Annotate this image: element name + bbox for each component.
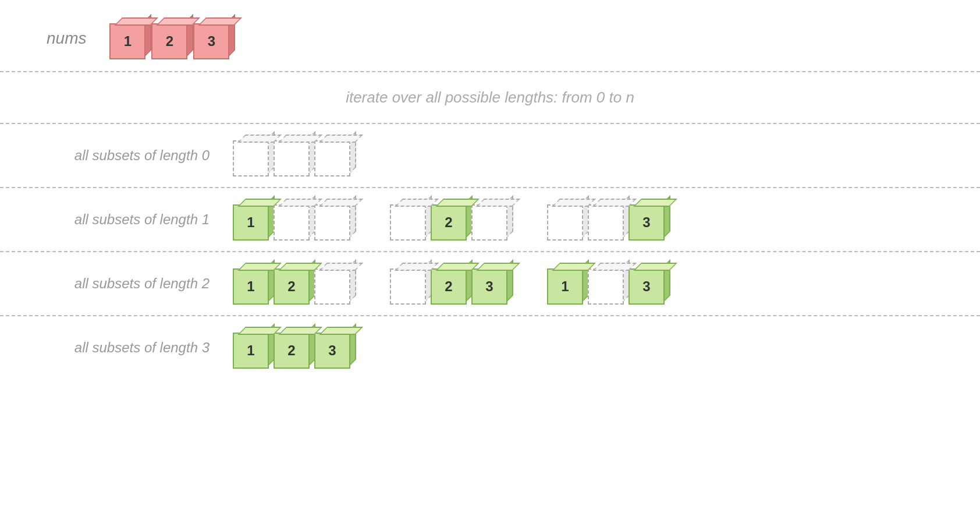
green-box-l2-3: 2 xyxy=(431,263,473,305)
length-1-subset-1: 1 xyxy=(233,199,355,241)
length-3-label: all subsets of length 3 xyxy=(23,340,233,356)
length-2-subsets: 1 2 xyxy=(233,263,669,305)
length-3-row: all subsets of length 3 1 2 3 xyxy=(0,316,980,379)
empty-box-1a xyxy=(233,135,275,176)
length-0-subsets xyxy=(233,135,355,176)
length-2-row: all subsets of length 2 1 2 xyxy=(0,252,980,315)
nums-label: nums xyxy=(47,29,86,48)
green-box-l2-6: 3 xyxy=(629,263,670,305)
green-box-3: 3 xyxy=(629,199,670,241)
length-3-subset-1: 1 2 3 xyxy=(233,327,355,369)
empty-box-4b xyxy=(588,199,630,241)
length-2-label: all subsets of length 2 xyxy=(23,275,233,292)
nums-box-3-top xyxy=(198,17,242,26)
length-2-subset-1: 1 2 xyxy=(233,263,355,305)
empty-box-3b xyxy=(471,199,513,241)
green-box-l3-3: 3 xyxy=(314,327,356,369)
empty-box-2a xyxy=(274,199,315,241)
green-box-l2-5: 1 xyxy=(547,263,589,305)
green-box-l3-2: 2 xyxy=(274,327,315,369)
nums-box-1-front: 1 xyxy=(109,23,145,59)
green-box-2: 2 xyxy=(431,199,473,241)
green-box-l3-1: 1 xyxy=(233,327,275,369)
length-1-subsets: 1 xyxy=(233,199,669,241)
length-2-subset-2: 2 3 xyxy=(390,263,512,305)
empty-box-4a xyxy=(547,199,589,241)
green-box-1: 1 xyxy=(233,199,275,241)
nums-box-1: 1 xyxy=(109,17,151,59)
nums-box-3: 3 xyxy=(193,17,235,59)
nums-section: nums 1 2 3 xyxy=(0,0,980,71)
nums-box-2: 2 xyxy=(151,17,193,59)
green-box-l2-4: 3 xyxy=(471,263,513,305)
green-box-l2-2: 2 xyxy=(274,263,315,305)
empty-box-1c xyxy=(314,135,356,176)
empty-box-l2-2 xyxy=(390,263,432,305)
empty-box-1b xyxy=(274,135,315,176)
length-0-subset-1 xyxy=(233,135,355,176)
empty-box-3a xyxy=(390,199,432,241)
length-0-label: all subsets of length 0 xyxy=(23,147,233,164)
green-box-l2-1: 1 xyxy=(233,263,275,305)
nums-box-3-front: 3 xyxy=(193,23,229,59)
main-page: nums 1 2 3 iterate over all possible xyxy=(0,0,980,523)
empty-box-2b xyxy=(314,199,356,241)
iterate-label: iterate over all possible lengths: from … xyxy=(0,72,980,123)
length-2-subset-3: 1 3 xyxy=(547,263,669,305)
empty-box-l2-1 xyxy=(314,263,356,305)
length-1-label: all subsets of length 1 xyxy=(23,211,233,228)
empty-box-l2-3 xyxy=(588,263,630,305)
length-0-row: all subsets of length 0 xyxy=(0,124,980,187)
length-1-subset-3: 3 xyxy=(547,199,669,241)
nums-box-2-front: 2 xyxy=(151,23,187,59)
length-1-subset-2: 2 xyxy=(390,199,512,241)
length-1-row: all subsets of length 1 1 xyxy=(0,188,980,251)
nums-box-group: 1 2 3 xyxy=(109,17,235,59)
length-3-subsets: 1 2 3 xyxy=(233,327,355,369)
